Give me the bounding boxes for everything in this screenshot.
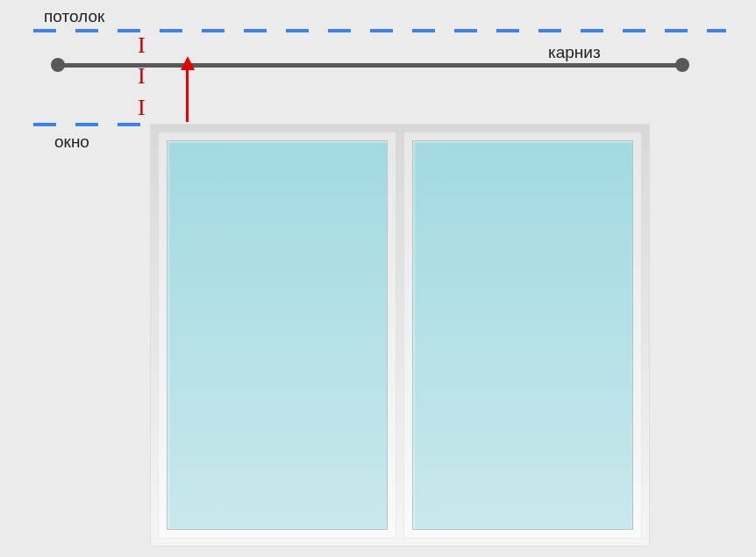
- cornice-cap-right: [675, 58, 689, 72]
- window-pane-left-frame: [158, 132, 396, 539]
- third-mark-3: I: [138, 95, 146, 121]
- ceiling-label: потолок: [44, 7, 104, 26]
- third-mark-1: I: [138, 32, 146, 59]
- cornice-label: карниз: [548, 43, 601, 62]
- window-pane-right-glass: [412, 140, 633, 530]
- cornice-rod: [56, 63, 681, 68]
- arrow-shaft: [186, 68, 189, 122]
- window-pane-left-glass: [167, 140, 388, 530]
- window-dashed-line: [33, 123, 149, 126]
- cornice-cap-left: [51, 58, 65, 72]
- window-frame: [151, 125, 649, 546]
- window-label: окно: [54, 132, 89, 152]
- arrow-up: [181, 68, 189, 122]
- arrow-head-icon: [181, 56, 195, 70]
- third-mark-2: I: [138, 63, 146, 89]
- window-pane-right-frame: [403, 132, 642, 539]
